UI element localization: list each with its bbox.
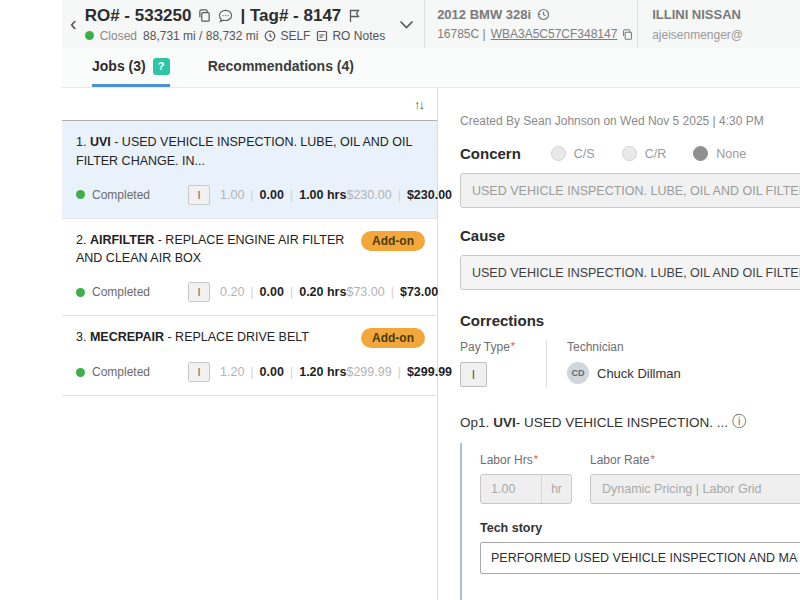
required-asterisk: * [511,340,515,352]
job-hours: 0.20|0.00|0.20 hrs [220,285,346,299]
ro-number: RO# - 533250 [85,6,192,26]
radio-cs[interactable]: C/S [551,146,595,161]
pay-type-label: Pay Type* [460,340,546,354]
completed-dot [76,368,85,377]
pay-type-chip: I [188,185,210,205]
cause-textarea[interactable]: USED VEHICLE INSPECTION. LUBE, OIL AND O… [460,255,800,290]
required-asterisk: * [650,453,654,465]
history-icon[interactable] [537,8,550,21]
info-icon[interactable]: ⓘ [732,413,746,431]
job-prices: $73.00|$73.00 [346,285,438,299]
technician-label: Technician [567,340,681,354]
ro-header: ‹ RO# - 533250 | Tag# - 8147 [62,0,800,48]
job-card-1[interactable]: 1. UVI - USED VEHICLE INSPECTION. LUBE, … [62,121,437,219]
status-dot [85,31,94,40]
ro-detail-page: ‹ RO# - 533250 | Tag# - 8147 [62,0,800,600]
concern-heading: Concern [460,145,521,162]
radio-circle [622,146,637,161]
technician-name: Chuck Dillman [597,366,681,381]
job-code: AIRFILTER [90,233,154,247]
completed-dot [76,190,85,199]
vehicle-name: 2012 BMW 328i [437,7,531,22]
vin-link[interactable]: WBA3A5C57CF348147 [491,27,618,41]
concern-radio-group: C/S C/R None [551,146,746,161]
job-sort-bar: ↑↓ [62,88,437,121]
back-chevron-icon[interactable]: ‹ [62,12,85,37]
pay-type-chip: I [188,362,210,382]
stock-number: 16785C | [437,27,486,41]
cause-heading: Cause [460,227,800,244]
job-description: - REPLACE DRIVE BELT [164,330,309,344]
sort-icon[interactable]: ↑↓ [414,97,423,112]
job-hours: 1.20|0.00|1.20 hrs [220,365,346,379]
job-status: Completed [76,365,188,379]
job-code: MECREPAIR [90,330,164,344]
tab-recommendations[interactable]: Recommendations (4) [208,48,354,87]
jobs-help-badge-icon[interactable]: ? [153,58,170,75]
job-status: Completed [76,285,188,299]
advisor-email: ajeisenmenger@ [652,28,800,42]
note-icon [316,30,328,42]
tag-number: | Tag# - 8147 [240,6,341,26]
mileage-in-out: 88,731 mi / 88,732 mi [143,29,258,43]
concern-textarea: USED VEHICLE INSPECTION. LUBE, OIL AND O… [460,173,800,208]
ro-title-block: RO# - 533250 | Tag# - 8147 [85,6,385,43]
self-dropdown[interactable]: SELF [264,29,310,43]
tech-story-label: Tech story [480,521,800,535]
labor-hrs-unit: hr [541,475,571,503]
job-prices: $299.99|$299.99 [346,365,452,379]
clock-icon [264,30,276,42]
labor-rate-label: Labor Rate* [590,453,800,467]
ro-notes-button[interactable]: RO Notes [316,29,385,43]
radio-none[interactable]: None [693,146,746,161]
required-asterisk: * [534,453,538,465]
radio-cr[interactable]: C/R [622,146,667,161]
chat-icon[interactable] [218,9,233,23]
copy-icon[interactable] [198,9,211,22]
chevron-down-icon[interactable] [399,20,414,29]
labor-rate-input: Dynamic Pricing | Labor Grid [590,474,800,504]
op-heading: Op1.UVI - USED VEHICLE INSPECTION. ... ⓘ [460,413,800,431]
radio-circle [551,146,566,161]
technician-avatar: CD [567,362,589,384]
corrections-heading: Corrections [460,312,800,329]
created-by-line: Created By Sean Johnson on Wed Nov 5 202… [460,114,800,128]
labor-hrs-input: 1.00 hr [480,474,572,504]
addon-badge: Add-on [361,231,425,251]
pay-type-chip: I [188,282,210,302]
op-section: Labor Hrs* 1.00 hr Labor Rate* Dynamic P… [460,443,800,600]
ro-status: Closed [100,29,137,43]
tab-bar: Jobs (3) ? Recommendations (4) [62,48,800,88]
corrections-divider [546,340,547,387]
labor-hrs-label: Labor Hrs* [480,453,572,467]
flag-icon[interactable] [348,9,361,23]
job-code: UVI [90,135,111,149]
tab-jobs[interactable]: Jobs (3) ? [92,48,170,87]
pay-type-selector[interactable]: I [460,362,487,387]
dealer-name: ILLINI NISSAN [652,7,800,22]
job-card-2[interactable]: 2. AIRFILTER - REPLACE ENGINE AIR FILTER… [62,219,437,317]
tech-story-input[interactable]: PERFORMED USED VEHICLE INSPECTION AND MA [480,542,800,574]
job-hours: 1.00|0.00|1.00 hrs [220,188,346,202]
vin-copy-icon[interactable] [622,29,633,40]
radio-circle-selected [693,146,708,161]
dealer-info: ILLINI NISSAN ajeisenmenger@ [638,7,800,42]
job-detail-panel: Created By Sean Johnson on Wed Nov 5 202… [438,88,800,600]
job-description: - USED VEHICLE INSPECTION. LUBE, OIL AND… [76,135,412,168]
job-prices: $230.00|$230.00 [346,188,452,202]
addon-badge: Add-on [361,328,425,348]
job-list: ↑↓ 1. UVI - USED VEHICLE INSPECTION. LUB… [62,88,438,600]
job-card-3[interactable]: 3. MECREPAIR - REPLACE DRIVE BELT Add-on… [62,316,437,396]
job-status: Completed [76,188,188,202]
vehicle-info: 2012 BMW 328i 16785C | WBA3A5C57CF348147 [425,7,637,41]
completed-dot [76,288,85,297]
